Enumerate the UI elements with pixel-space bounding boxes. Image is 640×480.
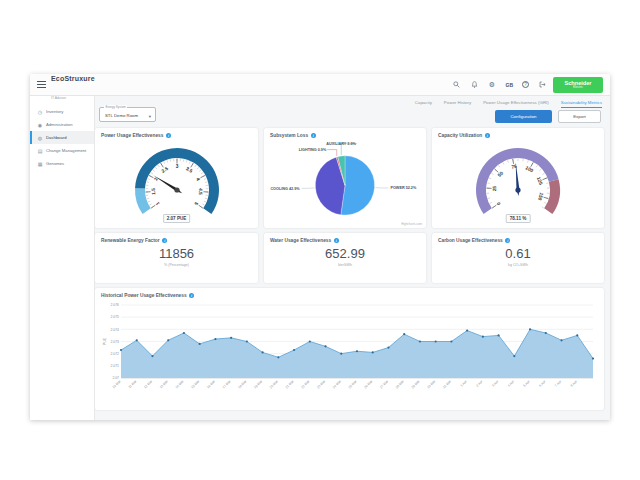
svg-text:11 Mar: 11 Mar — [128, 379, 139, 390]
water-title: Water Usage Effectiveness — [270, 238, 331, 243]
info-icon[interactable]: i — [505, 238, 510, 243]
gear-icon[interactable]: ⚙ — [488, 80, 497, 89]
svg-text:2.075: 2.075 — [111, 315, 120, 319]
sidebar-item-dashboard[interactable]: ◍ Dashboard — [30, 131, 94, 144]
energy-system-value: STL Demo Room — [100, 108, 155, 118]
historical-pue-title: Historical Power Usage Effectiveness — [101, 293, 187, 298]
svg-text:30 Mar: 30 Mar — [426, 379, 437, 390]
svg-text:0: 0 — [496, 201, 502, 206]
svg-text:4 Apr: 4 Apr — [507, 379, 516, 388]
svg-text:22 Mar: 22 Mar — [300, 379, 311, 390]
subsystem-loss-card: Subsystem Lossi POWER 52.2%COOLING 42.9%… — [264, 128, 426, 228]
tab-sustainability-metrics[interactable]: Sustainability Metrics — [561, 100, 602, 108]
renewable-value: 11856 — [95, 246, 258, 261]
water-usage-effectiveness-card: Water Usage Effectivenessi 652.99 liter/… — [264, 233, 426, 283]
svg-text:125: 125 — [536, 176, 544, 186]
svg-text:1: 1 — [154, 201, 160, 206]
pue-card-title: Power Usage Effectiveness — [101, 133, 163, 138]
app-window: EcoStruxure IT Advisor ⚙ GB ? Schneider … — [30, 74, 610, 420]
menu-icon[interactable] — [37, 81, 46, 88]
info-icon[interactable]: i — [311, 133, 316, 138]
subsystem-loss-title: Subsystem Loss — [270, 133, 308, 138]
svg-text:1 Apr: 1 Apr — [460, 379, 469, 388]
water-unit: liter/kWh — [264, 263, 426, 267]
info-icon[interactable]: i — [162, 238, 167, 243]
svg-text:PUE: PUE — [103, 337, 107, 345]
info-icon[interactable]: i — [485, 133, 490, 138]
tab-pue-gri[interactable]: Power Usage Effectiveness (GRI) — [483, 100, 549, 108]
svg-text:2.076: 2.076 — [111, 303, 120, 307]
svg-text:16 Mar: 16 Mar — [206, 379, 217, 390]
sidebar-item-change-management[interactable]: ▤ Change Management — [30, 144, 94, 157]
svg-text:2.072: 2.072 — [111, 352, 120, 356]
renewable-unit: % (Percentage) — [95, 263, 258, 267]
language-selector[interactable]: GB — [506, 82, 514, 88]
capacity-gauge-value: 78.11 % — [506, 214, 531, 223]
sidebar-item-label: Inventory — [46, 109, 63, 114]
search-icon[interactable] — [452, 80, 461, 89]
schneider-line2: Electric — [573, 86, 583, 89]
info-icon[interactable]: i — [334, 238, 339, 243]
carbon-title: Carbon Usage Effectiveness — [438, 238, 503, 243]
tab-capacity[interactable]: Capacity — [415, 100, 432, 108]
info-icon[interactable]: i — [189, 293, 194, 298]
renewable-title: Renewable Energy Factor — [101, 238, 160, 243]
svg-text:4: 4 — [195, 177, 201, 182]
svg-text:20 Mar: 20 Mar — [269, 379, 280, 390]
info-icon[interactable]: i — [166, 133, 171, 138]
brand-subtitle: IT Advisor — [51, 96, 66, 100]
svg-text:25: 25 — [492, 185, 497, 191]
help-icon[interactable]: ? — [522, 81, 529, 88]
subsystem-loss-pie-chart: POWER 52.2%COOLING 42.9%LIGHTING 0.9%AUX… — [265, 138, 425, 223]
water-value: 652.99 — [264, 246, 426, 261]
tab-power-history[interactable]: Power History — [444, 100, 471, 108]
svg-text:6 Apr: 6 Apr — [538, 379, 547, 388]
chevron-down-icon: ▾ — [149, 114, 151, 119]
carbon-unit: kg CO₂/kWh — [432, 263, 604, 267]
pue-gauge-value: 2.07 PUE — [163, 214, 191, 223]
renewable-energy-factor-card: Renewable Energy Factori 11856 % (Percen… — [95, 233, 258, 283]
svg-text:29 Mar: 29 Mar — [411, 379, 422, 390]
svg-text:2.073: 2.073 — [111, 340, 120, 344]
svg-text:28 Mar: 28 Mar — [395, 379, 406, 390]
sidebar-item-genomes[interactable]: ▦ Genomes — [30, 157, 94, 170]
logout-icon[interactable] — [538, 80, 547, 89]
svg-text:12 Mar: 12 Mar — [143, 379, 154, 390]
dashboard-icon: ◍ — [37, 135, 43, 141]
svg-text:AUXILIARY 3.9%: AUXILIARY 3.9% — [326, 142, 356, 146]
svg-text:26 Mar: 26 Mar — [363, 379, 374, 390]
energy-system-select[interactable]: Energy System STL Demo Room ▾ — [99, 107, 156, 122]
sidebar-item-label: Change Management — [46, 148, 86, 153]
svg-text:2 Apr: 2 Apr — [475, 379, 484, 388]
capacity-utilization-title: Capacity Utilization — [438, 133, 482, 138]
svg-text:3.5: 3.5 — [185, 166, 194, 174]
configuration-button[interactable]: Configuration — [495, 110, 552, 123]
sidebar-item-administration[interactable]: ◉ Administration — [30, 118, 94, 131]
sidebar-item-label: Administration — [46, 122, 73, 127]
svg-text:150: 150 — [537, 192, 544, 201]
change-management-icon: ▤ — [37, 148, 43, 154]
svg-text:5 Apr: 5 Apr — [522, 379, 531, 388]
svg-text:COOLING 42.9%: COOLING 42.9% — [270, 187, 300, 191]
svg-text:2.5: 2.5 — [160, 166, 169, 174]
tab-bar: Capacity Power History Power Usage Effec… — [415, 100, 602, 108]
export-button[interactable]: Export — [558, 110, 601, 123]
svg-text:21 Mar: 21 Mar — [285, 379, 296, 390]
svg-text:25 Mar: 25 Mar — [348, 379, 359, 390]
capacity-utilization-card: Capacity Utilizationi 0255075100125150 7… — [432, 128, 604, 228]
bell-icon[interactable] — [470, 80, 479, 89]
sidebar-item-inventory[interactable]: ◷ Inventory — [30, 105, 94, 118]
svg-text:13 Mar: 13 Mar — [159, 379, 170, 390]
historical-pue-card: Historical Power Usage Effectivenessi 2.… — [95, 288, 604, 410]
svg-text:7 Apr: 7 Apr — [554, 379, 563, 388]
svg-text:10 Mar: 10 Mar — [112, 379, 123, 390]
sidebar-nav: ◷ Inventory ◉ Administration ◍ Dashboard… — [30, 96, 95, 420]
brand-name: EcoStruxure — [51, 75, 95, 82]
svg-text:5: 5 — [193, 201, 199, 206]
administration-icon: ◉ — [37, 122, 43, 128]
svg-text:27 Mar: 27 Mar — [379, 379, 390, 390]
brand-logo: EcoStruxure IT Advisor — [51, 67, 95, 102]
schneider-electric-logo: Schneider Electric — [553, 77, 603, 93]
svg-text:1.5: 1.5 — [150, 188, 155, 195]
energy-system-label: Energy System — [104, 105, 127, 109]
